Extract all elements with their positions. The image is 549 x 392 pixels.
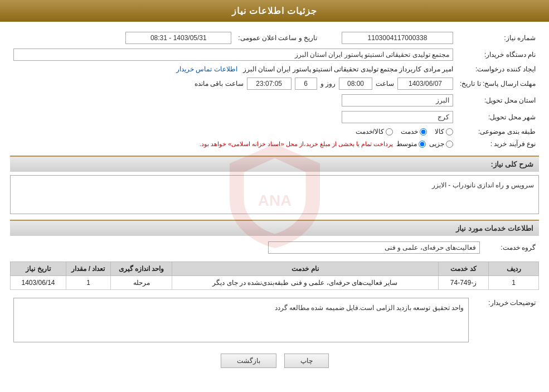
col-code: کد خدمت [439,262,489,276]
date-label: تاریخ و ساعت اعلان عمومی: [235,30,323,46]
cell-unit: مرحله [111,276,172,290]
back-button[interactable]: بازگشت [221,354,276,368]
contact-link[interactable]: اطلاعات تماس خریدار [176,65,237,73]
col-name: نام خدمت [172,262,439,276]
deadline-remaining-label: ساعت باقی مانده [195,80,244,88]
deadline-date-input[interactable] [397,78,453,90]
services-table: ردیف کد خدمت نام خدمت واحد اندازه گیری ت… [10,262,539,290]
cell-row-num: 1 [489,276,539,290]
requester-org-label: نام دستگاه خریدار: [456,46,539,63]
buyer-desc-label: توضیحات خریدار: [472,296,539,345]
col-date: تاریخ نیاز [11,262,66,276]
cell-date: 1403/06/14 [11,276,66,290]
category-radio-khedmat[interactable]: خدمت [401,128,427,135]
deadline-time-input[interactable] [339,78,372,90]
date-input[interactable] [125,32,231,44]
summary-section-header: شرح کلی نیاز: [10,156,539,172]
action-buttons: چاپ بازگشت [10,354,539,377]
page-title: جزئیات اطلاعات نیاز [0,0,549,22]
services-section-header: اطلاعات خدمات مورد نیاز [10,220,539,236]
purchase-type-note: پرداخت تمام یا بخشی از مبلغ خرید،از محل … [200,141,393,148]
deadline-label: مهلت ارسال پاسخ: تا تاریخ: [456,75,539,92]
deadline-days-label: روز و [320,80,336,88]
summary-box: سرویس و راه اندازی نانودراب - الایزر [10,175,539,214]
category-radio-kala[interactable]: کالا [435,128,453,135]
city-input[interactable] [342,111,453,123]
deadline-remaining-input[interactable] [247,78,291,90]
creator-label: ایجاد کننده درخواست: [456,63,539,75]
deadline-days-input[interactable] [295,78,317,90]
province-label: استان محل تحویل: [456,92,539,109]
purchase-type-radio-mota[interactable]: متوسط [396,140,426,148]
buyer-desc-table: توضیحات خریدار: واحد تحقیق توسعه بازدید … [10,296,539,345]
main-info-table: شماره نیاز: تاریخ و ساعت اعلان عمومی: نا… [10,30,539,150]
cell-count: 1 [66,276,111,290]
requester-org-input[interactable] [13,49,453,61]
request-number-label: شماره نیاز: [456,30,539,46]
col-count: تعداد / مقدار [66,262,111,276]
purchase-type-label: نوع فرآیند خرید : [456,138,539,150]
table-row: 1 ز-749-74 سایر فعالیت‌های حرفه‌ای، علمی… [11,276,539,290]
buyer-desc-box: واحد تحقیق توسعه بازدید الزامی است.فایل … [13,298,469,342]
cell-code: ز-749-74 [439,276,489,290]
city-label: شهر محل تحویل: [456,109,539,125]
request-number-input[interactable] [342,32,453,44]
purchase-type-radio-joz[interactable]: جزیی [429,140,453,148]
services-group-table: گروه خدمت: [10,239,539,256]
group-label: گروه خدمت: [483,239,539,256]
category-label: طبقه بندی موضوعی: [456,125,539,138]
creator-value: امیر مرادی کاربرداز مجتمع تولیدی تحقیقات… [243,65,453,73]
print-button[interactable]: چاپ [284,354,329,368]
category-radio-kala-khedmat[interactable]: کالا/خدمت [356,128,393,135]
province-input[interactable] [342,94,453,107]
col-unit: واحد اندازه گیری [111,262,172,276]
cell-name: سایر فعالیت‌های حرفه‌ای، علمی و فنی طبقه… [172,276,439,290]
deadline-time-label: ساعت [376,80,394,88]
col-row-num: ردیف [489,262,539,276]
group-input[interactable] [268,241,480,254]
category-radio-group: کالا خدمت کالا/خدمت [13,128,453,135]
